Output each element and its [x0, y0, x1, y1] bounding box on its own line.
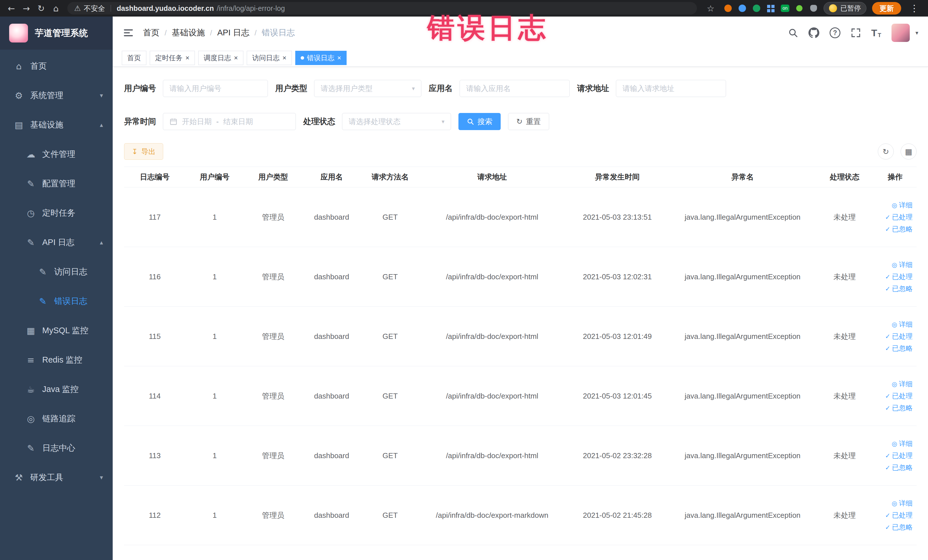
view-tab[interactable]: 定时任务	[150, 51, 195, 65]
user-type-select[interactable]: 请选择用户类型 ▾	[314, 80, 421, 97]
sidebar-item[interactable]: 访问日志	[0, 257, 113, 287]
search-button[interactable]: 搜索	[458, 113, 501, 130]
github-icon[interactable]	[809, 27, 819, 38]
cell-exception-name: java.lang.IllegalArgumentException	[670, 247, 815, 307]
reset-button[interactable]: 重置	[508, 113, 549, 130]
cell-request-url: /api/infra/db-doc/export-html	[419, 307, 565, 366]
request-url-input[interactable]	[616, 80, 726, 97]
detail-link[interactable]: 详细	[892, 439, 913, 448]
detail-link[interactable]: 详细	[892, 260, 913, 269]
search-icon[interactable]	[788, 27, 798, 38]
extension-icon[interactable]	[795, 4, 804, 12]
fullscreen-icon[interactable]	[851, 27, 861, 38]
user-id-input[interactable]	[163, 80, 268, 97]
extension-on-badge-icon[interactable]: on	[781, 4, 789, 12]
cell-user-id: 1	[185, 366, 244, 426]
extension-icon[interactable]	[724, 4, 732, 12]
column-settings-button[interactable]	[901, 143, 917, 159]
bookmark-star-icon[interactable]: ☆	[703, 1, 718, 16]
ignored-link[interactable]: 已忽略	[885, 284, 913, 293]
hamburger-icon[interactable]	[122, 27, 134, 39]
processed-link[interactable]: 已处理	[885, 451, 913, 460]
check-icon	[885, 404, 890, 412]
breadcrumb-item[interactable]: API 日志	[217, 27, 249, 38]
processed-link[interactable]: 已处理	[885, 332, 913, 341]
breadcrumb-item[interactable]: 错误日志	[262, 27, 295, 38]
extension-icon[interactable]	[738, 4, 746, 12]
view-tab[interactable]: 首页	[122, 51, 147, 65]
processed-link[interactable]: 已处理	[885, 272, 913, 281]
font-size-icon[interactable]: TT	[871, 27, 881, 38]
sidebar-item[interactable]: 文件管理	[0, 139, 113, 169]
breadcrumb-item[interactable]: 基础设施	[172, 27, 205, 38]
cell-user-type: 管理员	[244, 426, 302, 485]
export-button[interactable]: 导出	[124, 143, 163, 160]
app-name-input[interactable]	[459, 80, 570, 97]
paused-chip[interactable]: 已暂停	[824, 2, 866, 15]
sidebar-item[interactable]: 首页	[0, 51, 113, 81]
process-status-select[interactable]: 请选择处理状态 ▾	[342, 113, 451, 130]
close-icon[interactable]	[234, 55, 238, 61]
filter-row-1: 用户编号 用户类型 请选择用户类型 ▾ 应用名 请求地址	[124, 80, 917, 97]
close-icon[interactable]	[185, 55, 189, 61]
home-icon[interactable]: ⌂	[49, 1, 63, 16]
sidebar-item[interactable]: API 日志	[0, 227, 113, 257]
sidebar-item[interactable]: 日志中心	[0, 433, 113, 463]
ignored-link[interactable]: 已忽略	[885, 224, 913, 233]
extension-grid-icon[interactable]	[766, 4, 775, 12]
sidebar-item[interactable]: 定时任务	[0, 198, 113, 227]
ignored-link[interactable]: 已忽略	[885, 344, 913, 353]
detail-link[interactable]: 详细	[892, 499, 913, 508]
start-date-placeholder[interactable]: 开始日期	[182, 117, 212, 127]
processed-link[interactable]: 已处理	[885, 511, 913, 520]
app-logo[interactable]: 芋道管理系统	[0, 17, 113, 50]
reload-icon[interactable]: ↻	[34, 1, 49, 16]
sidebar-item[interactable]: Redis 监控	[0, 345, 113, 375]
menu-label: 链路追踪	[42, 413, 75, 424]
update-button[interactable]: 更新	[872, 2, 901, 15]
table-row: 112 1 管理员 dashboard GET /api/infra/db-do…	[124, 485, 917, 545]
close-icon[interactable]	[282, 55, 286, 61]
processed-link[interactable]: 已处理	[885, 391, 913, 401]
browser-chrome: ← → ↻ ⌂ ⚠ 不安全 dashboard.yudao.iocoder.cn…	[0, 0, 928, 17]
cell-exception-time: 2021-05-03 23:13:51	[565, 188, 670, 247]
caret-down-icon[interactable]: ▾	[916, 29, 918, 36]
extension-icon[interactable]	[809, 4, 818, 12]
refresh-button[interactable]	[878, 143, 894, 159]
end-date-placeholder[interactable]: 结束日期	[223, 117, 253, 127]
cell-actions: 详细 已处理 已忽略	[874, 247, 917, 307]
menu-icon	[24, 443, 37, 453]
forward-icon[interactable]: →	[19, 1, 34, 16]
sidebar-item[interactable]: 系统管理	[0, 81, 113, 110]
search-label: 搜索	[478, 117, 492, 127]
help-icon[interactable]: ?	[830, 27, 840, 38]
address-bar[interactable]: ⚠ 不安全 dashboard.yudao.iocoder.cn/infra/l…	[67, 2, 697, 15]
detail-link[interactable]: 详细	[892, 320, 913, 329]
view-tab[interactable]: 错误日志	[295, 51, 346, 65]
ignored-link[interactable]: 已忽略	[885, 463, 913, 472]
ignored-link[interactable]: 已忽略	[885, 523, 913, 532]
sidebar-item[interactable]: 配置管理	[0, 169, 113, 198]
detail-link[interactable]: 详细	[892, 379, 913, 389]
sidebar-item[interactable]: 链路追踪	[0, 404, 113, 433]
breadcrumb-item[interactable]: 首页	[143, 27, 159, 38]
view-tab[interactable]: 访问日志	[247, 51, 292, 65]
sidebar-item[interactable]: MySQL 监控	[0, 316, 113, 345]
extension-icon[interactable]	[752, 4, 761, 12]
date-range-picker[interactable]: 开始日期 - 结束日期	[163, 113, 296, 130]
browser-menu-icon[interactable]: ⋮	[907, 1, 922, 16]
sidebar-item[interactable]: Java 监控	[0, 375, 113, 404]
ignored-link[interactable]: 已忽略	[885, 403, 913, 412]
sidebar-item[interactable]: 基础设施	[0, 110, 113, 139]
processed-link[interactable]: 已处理	[885, 212, 913, 222]
view-tab[interactable]: 调度日志	[198, 51, 243, 65]
sidebar-item[interactable]: 研发工具	[0, 463, 113, 492]
user-avatar[interactable]	[891, 24, 910, 42]
tab-label: 首页	[127, 53, 141, 63]
close-icon[interactable]	[337, 55, 341, 61]
sidebar-item[interactable]: 错误日志	[0, 287, 113, 316]
back-icon[interactable]: ←	[4, 1, 19, 16]
column-header: 用户类型	[244, 167, 302, 188]
detail-link[interactable]: 详细	[892, 201, 913, 210]
cell-method: GET	[361, 307, 419, 366]
